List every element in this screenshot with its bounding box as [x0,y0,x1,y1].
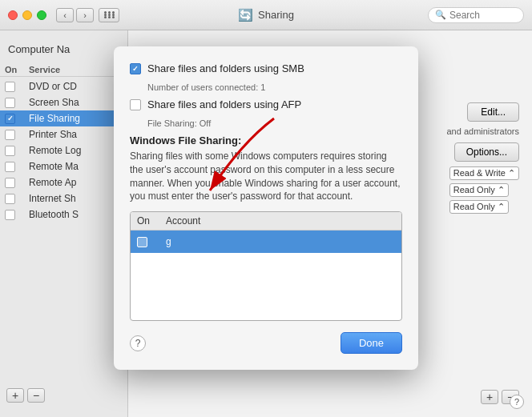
sidebar: Computer Na On Service DVD or CDScreen S… [0,30,128,417]
service-header: Service [29,65,123,74]
fullscreen-button[interactable] [37,10,46,20]
service-checkbox-remote-apple[interactable] [5,178,15,188]
sidebar-item-bluetooth[interactable]: Bluetooth S [0,206,127,223]
sidebar-item-remote-apple[interactable]: Remote Ap [0,174,127,190]
service-label-file: File Sharing [29,113,123,124]
admin-text: and administrators [447,126,520,136]
account-col-header: Account [166,215,395,227]
service-checkbox-bluetooth[interactable] [5,210,15,220]
windows-sharing-table: On Account g [130,211,402,321]
sidebar-item-dvd[interactable]: DVD or CD [0,78,127,94]
sharing-icon: 🔄 [238,8,253,22]
minimize-button[interactable] [22,10,32,20]
help-button[interactable]: ? [130,335,146,351]
sidebar-item-screen[interactable]: Screen Sha [0,94,127,110]
back-button[interactable]: ‹ [56,8,74,22]
service-list-header: On Service [0,63,127,77]
afp-label: Share files and folders using AFP [147,98,301,110]
afp-status: File Sharing: Off [147,118,402,128]
service-label-remote-management: Remote Ma [29,161,123,172]
service-label-remote-login: Remote Log [29,145,123,156]
computer-name: Computer Na [0,38,127,63]
permission-row-1: Read Only ⌃ [449,183,519,197]
add-service-button[interactable]: + [6,388,24,403]
afp-row: Share files and folders using AFP [130,98,402,110]
service-label-internet: Internet Sh [29,193,123,204]
sidebar-bottom: + − [0,382,127,409]
permission-dropdown-0[interactable]: Read & Write ⌃ [449,166,519,180]
modal-footer: ? Done [130,332,402,354]
service-checkbox-remote-login[interactable] [5,146,15,156]
search-icon: 🔍 [435,10,446,20]
sidebar-item-internet[interactable]: Internet Sh [0,190,127,206]
smb-row: Share files and folders using SMB [130,62,402,74]
service-label-printer: Printer Sha [29,129,123,140]
smb-label: Share files and folders using SMB [147,62,304,74]
service-list: DVD or CDScreen ShaFile SharingPrinter S… [0,78,127,223]
table-row-empty-2 [131,275,401,298]
on-header: On [5,65,29,74]
modal-dialog: Share files and folders using SMB Number… [114,46,418,370]
permission-dropdown-2[interactable]: Read Only ⌃ [449,200,509,214]
window-title: 🔄 Sharing [238,8,294,22]
title-text: Sharing [258,9,294,21]
table-row[interactable]: g [131,231,401,253]
section-title: Windows File Sharing: [130,134,402,146]
smb-status: Number of users connected: 1 [147,82,402,92]
permission-row-0: Read & Write ⌃ [449,166,519,180]
service-checkbox-screen[interactable] [5,98,15,108]
traffic-lights [8,10,46,20]
sidebar-item-file[interactable]: File Sharing [0,110,127,126]
smb-checkbox[interactable] [130,63,141,74]
titlebar: ‹ › 🔄 Sharing 🔍 [0,0,532,30]
close-button[interactable] [8,10,18,20]
on-col-header: On [137,215,166,227]
service-checkbox-dvd[interactable] [5,82,15,92]
service-label-bluetooth: Bluetooth S [29,209,123,220]
done-button[interactable]: Done [341,332,402,354]
sidebar-item-printer[interactable]: Printer Sha [0,126,127,142]
section-desc: Sharing files with some Windows computer… [130,150,402,203]
permission-dropdown-1[interactable]: Read Only ⌃ [449,183,509,197]
add-user-button[interactable]: + [481,390,498,404]
permission-area: Read & Write ⌃Read Only ⌃Read Only ⌃ [449,166,519,214]
row-checkbox[interactable] [137,237,147,247]
account-name: g [166,236,395,247]
grid-button[interactable] [99,8,119,22]
permission-row-2: Read Only ⌃ [449,200,519,214]
service-checkbox-remote-management[interactable] [5,162,15,172]
remove-service-button[interactable]: − [27,388,45,403]
right-panel: Edit... and administrators Options... Re… [128,30,532,417]
service-checkbox-file[interactable] [5,114,15,124]
nav-buttons: ‹ › [56,8,94,22]
sidebar-item-remote-management[interactable]: Remote Ma [0,158,127,174]
service-label-dvd: DVD or CD [29,81,123,92]
corner-help-button[interactable]: ? [510,395,524,409]
table-row-empty-1 [131,253,401,275]
edit-button[interactable]: Edit... [467,102,519,122]
service-label-remote-apple: Remote Ap [29,177,123,188]
inner-panel-header: On Account [131,212,401,231]
search-input[interactable] [449,10,522,21]
forward-button[interactable]: › [76,8,94,22]
main-area: Computer Na On Service DVD or CDScreen S… [0,30,532,417]
table-row-empty-3 [131,298,401,320]
sidebar-item-remote-login[interactable]: Remote Log [0,142,127,158]
service-checkbox-internet[interactable] [5,194,15,204]
search-box[interactable]: 🔍 [428,7,524,23]
service-label-screen: Screen Sha [29,97,123,108]
afp-checkbox[interactable] [130,99,141,110]
options-button[interactable]: Options... [454,142,519,162]
service-checkbox-printer[interactable] [5,130,15,140]
